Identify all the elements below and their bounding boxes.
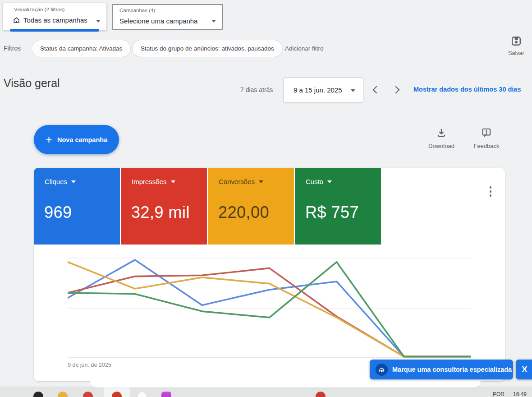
page-title: Visão geral — [4, 77, 60, 90]
chevron-down-icon — [259, 180, 263, 183]
overview-card: Cliques 969 Impressões 32,9 mil Conversõ… — [34, 168, 505, 381]
taskbar-app-icon[interactable] — [58, 392, 68, 397]
save-icon — [511, 36, 521, 46]
plus-icon: + — [46, 134, 52, 145]
home-icon — [13, 16, 20, 24]
metric-value: R$ 757 — [305, 203, 359, 222]
metric-card-conversions[interactable]: Conversões 220,00 — [208, 168, 294, 245]
filter-chip-adgroup-status[interactable]: Status do grupo de anúncios: ativados, p… — [132, 40, 283, 57]
chevron-down-icon — [96, 20, 101, 23]
date-range-selector[interactable]: 9 a 15 jun. 2025 — [283, 77, 363, 103]
metric-label: Custo — [306, 178, 323, 185]
save-label: Salvar — [503, 50, 529, 56]
chart-x-axis-start-label: 9 de jun. de 2025 — [68, 362, 111, 368]
taskbar-app-icon[interactable] — [161, 392, 171, 397]
download-label: Download — [425, 143, 458, 149]
previous-period-button[interactable] — [373, 86, 381, 94]
performance-line-chart — [68, 255, 471, 359]
chevron-down-icon — [211, 20, 216, 23]
metric-value: 32,9 mil — [131, 203, 190, 222]
more-options-button[interactable] — [486, 186, 495, 200]
show-30-days-link[interactable]: Mostrar dados dos últimos 30 dias — [413, 86, 521, 93]
download-button[interactable]: Download — [425, 128, 458, 149]
chevron-down-icon — [171, 180, 175, 183]
taskbar-app-icon[interactable] — [137, 392, 147, 397]
new-campaign-label: Nova campanha — [57, 136, 107, 143]
consultation-banner[interactable]: Marque uma consultoria especializada — [370, 360, 513, 379]
metric-scorecards: Cliques 969 Impressões 32,9 mil Conversõ… — [34, 168, 381, 245]
view-selector-label: Visualização (2 filtros) — [14, 7, 64, 12]
metric-value: 969 — [44, 203, 72, 222]
taskbar-app-icon[interactable] — [316, 392, 326, 397]
view-selector-value: Todas as campanhas — [23, 16, 87, 24]
relative-date-label: 7 dias atrás — [240, 86, 273, 93]
feedback-label: Feedback — [470, 143, 503, 149]
add-filter-button[interactable]: Adicionar filtro — [285, 45, 324, 52]
save-button[interactable]: Salvar — [503, 36, 529, 56]
taskbar-app-icon[interactable] — [83, 392, 93, 397]
chevron-down-icon — [327, 180, 332, 183]
metric-value: 220,00 — [218, 203, 269, 222]
view-selector-dropdown[interactable]: Visualização (2 filtros) Todas as campan… — [3, 3, 107, 31]
active-tab-underline — [10, 29, 99, 32]
download-icon — [436, 128, 447, 138]
filter-chip-campaign-status[interactable]: Status da campanha: Ativadas — [32, 40, 131, 57]
feedback-button[interactable]: Feedback — [470, 128, 503, 149]
banner-close-button[interactable]: X — [516, 360, 532, 379]
feedback-icon — [482, 128, 491, 138]
chevron-down-icon — [71, 180, 76, 183]
next-period-button[interactable] — [392, 86, 400, 94]
filters-label: Filtros — [4, 45, 21, 52]
chevron-down-icon — [351, 89, 355, 92]
metric-card-impressions[interactable]: Impressões 32,9 mil — [121, 168, 207, 245]
date-range-value: 9 a 15 jun. 2025 — [294, 86, 342, 94]
banner-text: Marque uma consultoria especializada — [392, 366, 512, 373]
metric-card-cost[interactable]: Custo R$ 757 — [295, 168, 381, 245]
campaign-selector-dropdown[interactable]: Campanhas (4) Selecione uma campanha — [112, 4, 223, 30]
header-divider — [0, 68, 532, 68]
taskbar-language-indicator[interactable]: POR — [493, 391, 504, 397]
chart-line-impressões — [68, 268, 471, 356]
campaign-selector-label: Campanhas (4) — [119, 8, 155, 13]
chart-line-custo — [68, 262, 471, 357]
metric-label: Impressões — [132, 178, 167, 185]
metric-label: Cliques — [45, 178, 67, 185]
taskbar: POR 16:49 — [0, 387, 532, 397]
headset-icon — [376, 364, 388, 376]
chart-line-conversões — [68, 262, 471, 357]
taskbar-app-icon[interactable] — [33, 392, 43, 397]
campaign-selector-value: Selecione uma campanha — [119, 17, 197, 25]
taskbar-clock[interactable]: 16:49 — [513, 391, 527, 397]
new-campaign-button[interactable]: + Nova campanha — [34, 125, 119, 154]
metric-label: Conversões — [219, 178, 255, 185]
metric-card-clicks[interactable]: Cliques 969 — [34, 168, 120, 245]
browser-window-bottom-edge — [90, 381, 481, 388]
